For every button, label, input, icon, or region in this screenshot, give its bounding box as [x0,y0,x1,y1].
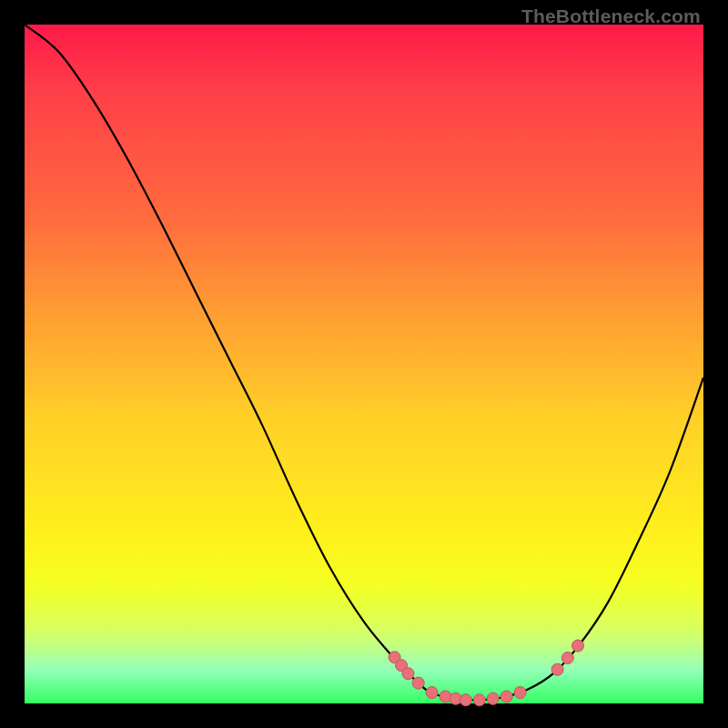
curve-marker [561,652,573,664]
plot-area [25,25,703,703]
curve-markers [389,640,583,706]
curve-marker [551,663,563,675]
curve-marker [500,691,512,703]
bottleneck-curve [25,25,703,700]
curve-marker [460,694,471,706]
curve-marker [514,687,526,699]
curve-marker [487,693,499,704]
curve-marker [402,668,414,680]
curve-marker [412,677,424,689]
curve-marker [473,694,485,706]
curve-svg [25,25,703,703]
chart-frame: TheBottleneck.com [0,0,728,728]
curve-marker [426,687,438,699]
curve-marker [440,691,451,703]
curve-marker [571,640,583,652]
